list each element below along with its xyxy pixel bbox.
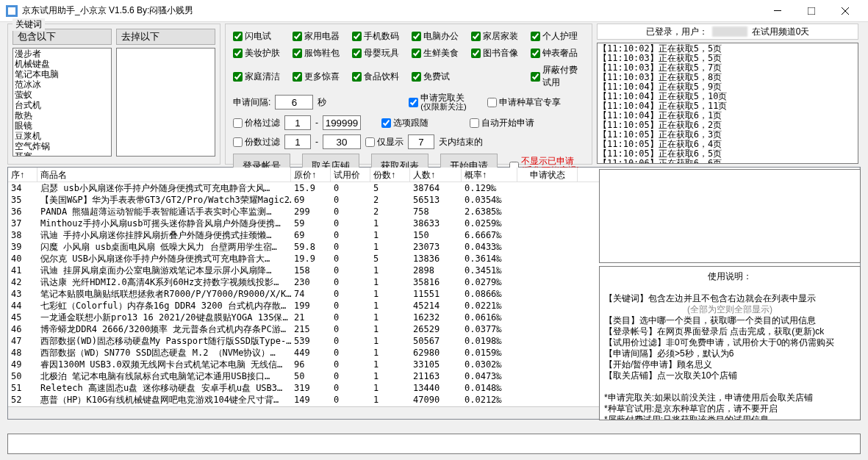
cell-tp: 0 [331, 218, 370, 229]
category-checkbox[interactable] [531, 32, 540, 41]
cell-op: 199 [291, 300, 331, 312]
list-item[interactable]: 眼镜 [13, 121, 111, 131]
col-original-price[interactable]: 原价↑ [291, 168, 331, 182]
col-trial-price[interactable]: 试用价 [331, 168, 370, 182]
finish-cancel-checkbox[interactable] [409, 98, 418, 107]
col-rate[interactable]: 概率↑ [462, 168, 517, 182]
category-label: 图书音像 [483, 47, 518, 60]
category-checkbox[interactable] [233, 32, 243, 41]
log-box[interactable]: 【11:10:02】正在获取5，5页【11:10:03】正在获取5，5页【11:… [597, 43, 858, 164]
follow-random-checkbox[interactable] [381, 118, 391, 128]
help-l1: 【关键词】包含左边并且不包含右边就会在列表中显示 [604, 293, 816, 303]
category-option[interactable]: 图书音像 [471, 47, 525, 60]
category-checkbox[interactable] [352, 72, 362, 82]
list-item[interactable]: 范冰冰 [13, 79, 111, 90]
category-checkbox[interactable] [531, 48, 540, 58]
cell-cnt: 1 [370, 347, 410, 359]
list-item[interactable]: 机械键盘 [13, 59, 111, 69]
include-button[interactable]: 包含以下 [12, 29, 112, 45]
auto-start-checkbox[interactable] [470, 118, 479, 128]
category-checkbox[interactable] [471, 32, 481, 41]
cell-rate: 2.6385‰ [462, 206, 517, 218]
category-option[interactable]: 屏蔽付费试用 [531, 64, 584, 89]
category-option[interactable]: 免费试 [412, 64, 465, 89]
category-checkbox[interactable] [293, 32, 302, 41]
grass-reviewer-checkbox[interactable] [487, 98, 497, 107]
category-checkbox[interactable] [293, 48, 302, 58]
maximize-button[interactable] [795, 0, 828, 22]
category-option[interactable]: 更多惊喜 [293, 64, 346, 89]
list-item[interactable]: 漫步者 [13, 48, 111, 59]
category-checkbox[interactable] [412, 32, 421, 41]
category-checkbox[interactable] [233, 48, 243, 58]
col-seq[interactable]: 序↑ [8, 168, 37, 182]
days-input[interactable] [408, 134, 434, 149]
only-show-checkbox[interactable] [365, 137, 375, 147]
cell-rate: 0.0148‰ [462, 382, 517, 394]
interval-input[interactable] [275, 95, 313, 109]
category-checkbox[interactable] [531, 72, 540, 82]
count-max-input[interactable] [323, 134, 361, 149]
category-label: 钟表奢品 [542, 47, 578, 60]
category-checkbox[interactable] [352, 48, 362, 58]
category-checkbox[interactable] [412, 72, 421, 82]
category-checkbox[interactable] [233, 72, 243, 82]
channel-label: 在试用频道0天 [752, 26, 810, 38]
category-option[interactable]: 母婴玩具 [352, 47, 406, 60]
category-checkbox[interactable] [293, 72, 302, 82]
category-option[interactable]: 生鲜美食 [412, 47, 465, 60]
category-checkbox[interactable] [471, 48, 481, 58]
list-item[interactable]: 笔记本电脑 [13, 69, 111, 79]
category-checkbox[interactable] [412, 48, 421, 58]
cell-seq: 50 [8, 370, 37, 382]
list-item[interactable]: 散热 [13, 110, 111, 121]
col-status[interactable]: 申请状态 [517, 168, 578, 182]
list-item[interactable]: 萤蚁 [13, 90, 111, 100]
category-option[interactable]: 家居家装 [471, 30, 525, 43]
category-option[interactable]: 电脑办公 [412, 30, 465, 43]
cell-tp: 0 [331, 323, 370, 335]
count-min-input[interactable] [284, 134, 311, 149]
cell-ppl: 21163 [410, 370, 462, 382]
category-option[interactable]: 美妆护肤 [233, 47, 287, 60]
category-option[interactable]: 家庭清洁 [233, 64, 287, 89]
category-option[interactable]: 钟表奢品 [531, 47, 584, 60]
minimize-button[interactable] [761, 0, 795, 22]
cell-seq: 36 [8, 206, 37, 218]
cell-ppl: 50567 [410, 335, 462, 347]
price-min-input[interactable] [284, 115, 311, 130]
include-list[interactable]: 漫步者机械键盘笔记本电脑范冰冰萤蚁台式机散热眼镜豆浆机空气炸锅耳塞 [12, 48, 112, 157]
keywords-legend: 关键词 [12, 18, 45, 31]
col-count[interactable]: 份数↑ [370, 168, 410, 182]
price-filter-checkbox[interactable] [233, 118, 243, 128]
price-max-input[interactable] [323, 115, 361, 130]
close-button[interactable] [828, 0, 862, 22]
col-people[interactable]: 人数↑ [410, 168, 462, 182]
category-label: 母婴玩具 [364, 47, 399, 60]
category-option[interactable]: 闪电试 [233, 30, 287, 43]
count-filter-checkbox[interactable] [233, 137, 243, 147]
cell-op: 215 [291, 323, 331, 335]
exclude-button[interactable]: 去掉以下 [116, 29, 215, 45]
list-item[interactable]: 台式机 [13, 100, 111, 110]
help-l3: 【登录帐号】在网页界面登录后 点击完成，获取(更新)ck [604, 326, 856, 337]
list-item[interactable]: 空气炸锅 [13, 141, 111, 151]
category-option[interactable]: 手机数码 [352, 30, 406, 43]
cell-ppl: 62980 [410, 347, 462, 359]
log-line: 【11:10:06】正在获取6，6页 [598, 159, 857, 164]
cell-ppl: 11551 [410, 288, 462, 300]
cell-op: 319 [291, 382, 331, 394]
col-name[interactable]: 商品名 [37, 168, 291, 182]
category-option[interactable]: 服饰鞋包 [293, 47, 346, 60]
category-option[interactable]: 食品饮料 [352, 64, 406, 89]
list-item[interactable]: 豆浆机 [13, 131, 111, 141]
category-checkbox[interactable] [352, 32, 362, 41]
cell-ppl: 13836 [410, 253, 462, 265]
category-option[interactable]: 家用电器 [293, 30, 346, 43]
cell-cnt: 2 [370, 194, 410, 206]
titlebar: 京东试用助手_小京京 V1.5.6 By:闷骚小贱男 [0, 0, 868, 22]
category-option[interactable]: 个人护理 [531, 30, 584, 43]
list-item[interactable]: 耳塞 [13, 151, 111, 157]
exclude-list[interactable] [116, 48, 215, 157]
cell-rate: 0.0159‰ [462, 347, 517, 359]
